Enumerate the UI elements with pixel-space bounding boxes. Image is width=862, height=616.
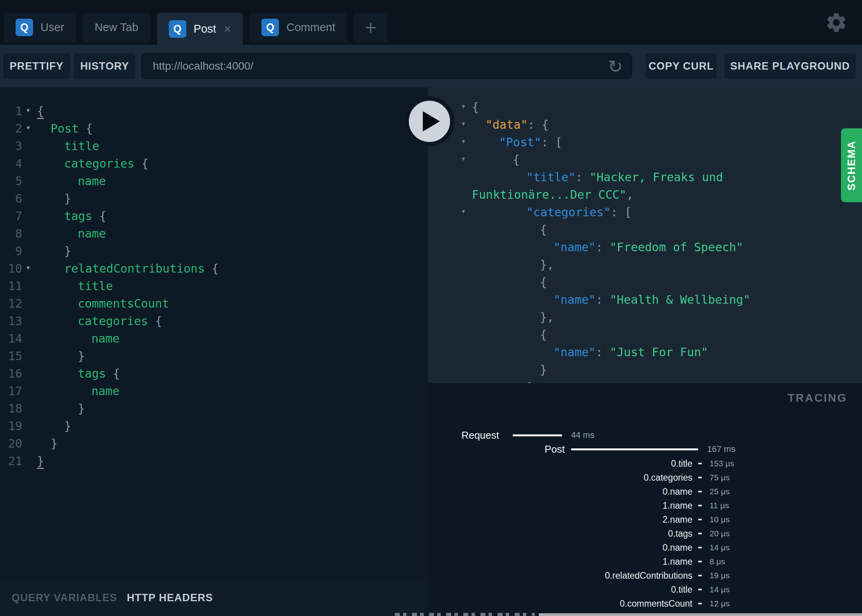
query-editor-lines: 1▾{2▾Post {3title4categories {5name6}7ta…: [0, 102, 428, 470]
tab-user[interactable]: QUser: [4, 13, 76, 42]
tracing-field-duration: 14 μs: [710, 583, 730, 597]
json-text: "title": "Hacker, Freaks und: [526, 168, 723, 186]
tracing-field-bar: [698, 519, 702, 520]
tracing-field-duration: 11 μs: [710, 499, 729, 513]
query-operation-badge: Q: [261, 19, 279, 36]
fold-arrow-icon[interactable]: ▾: [26, 259, 31, 276]
tab-new-tab[interactable]: New Tab: [83, 13, 150, 42]
endpoint-url-input[interactable]: [141, 53, 632, 79]
query-variables-tab[interactable]: QUERY VARIABLES: [12, 592, 117, 604]
line-number: 2: [0, 120, 22, 137]
editor-line: 3title: [0, 137, 428, 155]
fold-arrow-icon[interactable]: ▾: [26, 119, 31, 136]
code-text: Post {: [51, 120, 93, 137]
tracing-field-row: 0.tags20 μs: [428, 527, 862, 541]
http-headers-tab[interactable]: HTTP HEADERS: [127, 592, 213, 604]
editor-line: 11title: [0, 277, 428, 295]
line-number: 10: [0, 260, 22, 277]
tracing-field-duration: 14 μs: [710, 541, 730, 555]
json-text: },: [540, 256, 554, 273]
json-text: "Post": [: [499, 133, 562, 151]
json-text: "name": "Health & Wellbeing": [554, 291, 750, 308]
tracing-field-row: 0.title153 μs: [428, 457, 862, 471]
tab-comment[interactable]: QComment: [250, 13, 347, 42]
code-text: }: [64, 242, 71, 260]
code-text: title: [78, 277, 113, 295]
new-tab-button[interactable]: +: [354, 13, 387, 42]
code-text: commentsCount: [78, 295, 169, 312]
history-button[interactable]: HISTORY: [74, 53, 135, 79]
tab-label: Post: [194, 23, 216, 35]
tracing-field-row: 0.relatedContributions19 μs: [428, 569, 862, 583]
query-editor[interactable]: 1▾{2▾Post {3title4categories {5name6}7ta…: [0, 88, 428, 581]
horizontal-scrollbar-thumb[interactable]: [539, 613, 862, 616]
json-text: Funktionäre...Der CCC",: [472, 186, 633, 203]
line-number: 4: [0, 155, 22, 172]
share-playground-button[interactable]: SHARE PLAYGROUND: [724, 53, 856, 79]
refresh-schema-icon[interactable]: ↺: [604, 55, 627, 78]
fold-arrow-icon[interactable]: ▾: [461, 203, 466, 220]
line-number: 17: [0, 382, 22, 400]
json-text: "data": {: [485, 116, 549, 133]
json-text: "categories": [: [526, 203, 632, 221]
query-operation-badge: Q: [169, 20, 186, 38]
response-line: ▾"data": {: [428, 116, 862, 133]
editor-footer-bar: QUERY VARIABLES HTTP HEADERS: [0, 581, 428, 616]
json-text: "name": "Freedom of Speech": [554, 238, 743, 256]
fold-arrow-icon[interactable]: ▾: [26, 102, 31, 119]
tracing-field-label: 2.name: [662, 513, 692, 527]
editor-line: 20}: [0, 435, 428, 452]
code-text: tags {: [78, 365, 120, 382]
line-number: 3: [0, 137, 22, 155]
settings-gear-icon[interactable]: [825, 11, 848, 34]
tracing-field-label: 0.categories: [644, 471, 692, 485]
tracing-field-bar: [698, 575, 702, 576]
json-text: "name": "Just For Fun": [554, 343, 708, 361]
tab-post[interactable]: QPost×: [157, 13, 243, 45]
editor-line: 7tags {: [0, 207, 428, 225]
tab-list: QUserNew TabQPost×QComment+: [4, 13, 387, 45]
code-text: }: [64, 190, 71, 207]
json-text: ]: [526, 378, 533, 383]
schema-sidebar-tab[interactable]: SCHEMA: [841, 128, 862, 202]
code-text: categories {: [78, 312, 162, 330]
tab-bar: QUserNew TabQPost×QComment+: [0, 0, 862, 45]
fold-arrow-icon[interactable]: ▾: [461, 98, 466, 115]
tracing-field-row: 2.name10 μs: [428, 513, 862, 527]
tracing-field-duration: 8 μs: [710, 555, 725, 569]
tracing-field-row: 0.name25 μs: [428, 485, 862, 499]
code-text: }: [37, 452, 44, 470]
code-text: }: [78, 400, 85, 417]
tracing-field-label: 1.name: [662, 555, 692, 569]
tracing-field-duration: 25 μs: [710, 485, 730, 499]
code-text: title: [64, 137, 99, 155]
editor-line: 17name: [0, 382, 428, 400]
editor-line: 6}: [0, 190, 428, 207]
editor-line: 5name: [0, 172, 428, 190]
prettify-button[interactable]: PRETTIFY: [3, 53, 70, 79]
fold-arrow-icon[interactable]: ▾: [461, 150, 466, 168]
json-text: {: [472, 98, 479, 116]
tracing-field-bar: [698, 533, 702, 534]
editor-line: 16tags {: [0, 365, 428, 382]
close-tab-icon[interactable]: ×: [224, 23, 231, 35]
tracing-request-duration: 44 ms: [571, 428, 594, 442]
fold-arrow-icon[interactable]: ▾: [461, 133, 466, 150]
tracing-request-row: Request 44 ms: [428, 428, 862, 442]
response-line: "name": "Freedom of Speech": [428, 238, 862, 256]
response-line: ▾{: [428, 151, 862, 168]
json-text: {: [513, 151, 520, 168]
tracing-post-bar: [571, 448, 698, 450]
editor-line: 1▾{: [0, 102, 428, 120]
line-number: 14: [0, 330, 22, 347]
tracing-field-duration: 10 μs: [710, 513, 730, 527]
code-text: relatedContributions {: [64, 260, 219, 277]
fold-arrow-icon[interactable]: ▾: [461, 115, 466, 133]
clipped-text-sliver: [395, 613, 535, 616]
tracing-field-duration: 75 μs: [710, 471, 730, 485]
response-line: "name": "Just For Fun": [428, 343, 862, 361]
copy-curl-button[interactable]: COPY CURL: [646, 53, 717, 79]
execute-query-button[interactable]: [405, 96, 454, 146]
tracing-field-label: 0.name: [662, 541, 692, 555]
tab-label: User: [40, 21, 64, 34]
